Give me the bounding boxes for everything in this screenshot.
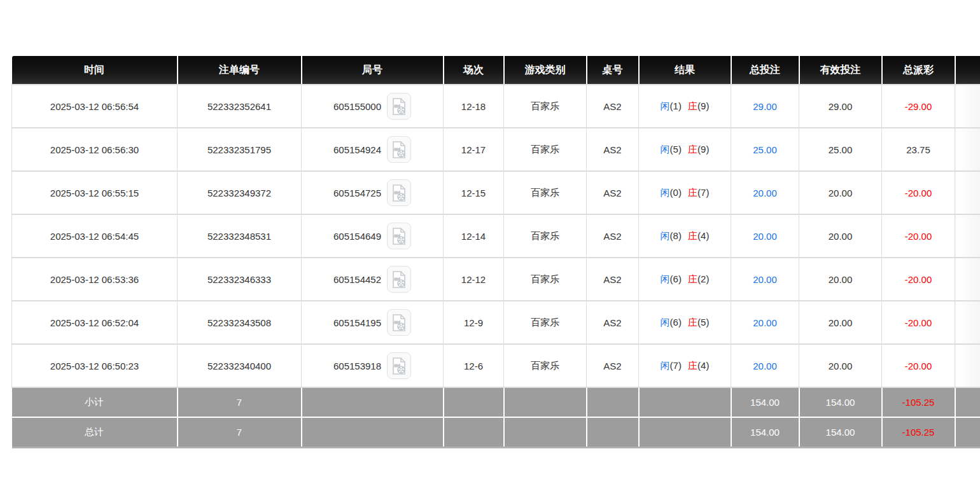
col-header-payout: 总派彩 — [882, 56, 955, 85]
cell-round: 605154195 — [302, 301, 444, 344]
video-replay-button[interactable] — [387, 223, 411, 249]
video-replay-button[interactable] — [387, 266, 411, 293]
cell-extra — [955, 128, 980, 171]
result-player: 闲(0) — [661, 187, 682, 198]
cell-round: 605154725 — [302, 171, 444, 214]
table-row: 2025-03-12 06:56:30 522332351795 6051549… — [12, 128, 980, 171]
cell-time: 2025-03-12 06:52:04 — [12, 301, 178, 344]
round-number: 605155000 — [333, 101, 381, 112]
cell-time: 2025-03-12 06:54:45 — [12, 214, 178, 258]
video-replay-button[interactable] — [387, 93, 411, 120]
subtotal-round — [302, 387, 444, 417]
cell-table-no: AS2 — [587, 344, 639, 387]
video-file-icon — [391, 97, 407, 116]
subtotal-label: 小计 — [12, 387, 178, 417]
cell-round: 605154452 — [302, 258, 444, 301]
cell-payout: -20.00 — [882, 258, 955, 301]
cell-table-no: AS2 — [587, 258, 639, 301]
cell-result: 闲(6) 庄(2) — [639, 258, 731, 301]
cell-result: 闲(0) 庄(7) — [639, 171, 731, 214]
cell-payout: -20.00 — [882, 214, 955, 258]
col-header-valid-bet: 有效投注 — [799, 56, 882, 85]
result-banker: 庄(9) — [688, 144, 709, 155]
cell-valid-bet: 20.00 — [799, 258, 882, 301]
page: 时间 注单编号 局号 场次 游戏类别 桌号 结果 总投注 有效投注 总派彩 20… — [0, 0, 980, 477]
table-row: 2025-03-12 06:54:45 522332348531 6051546… — [12, 214, 980, 258]
video-replay-button[interactable] — [387, 179, 411, 206]
subtotal-result — [639, 387, 731, 417]
cell-bet-id: 522332346333 — [178, 258, 302, 301]
cell-game-type: 百家乐 — [504, 85, 587, 128]
subtotal-extra — [955, 387, 980, 417]
grand-total-total-bet: 154.00 — [731, 417, 799, 448]
cell-bet-id: 522332340400 — [178, 344, 302, 387]
cell-payout: 23.75 — [882, 128, 955, 171]
cell-valid-bet: 20.00 — [799, 301, 882, 344]
cell-valid-bet: 25.00 — [799, 128, 882, 171]
cell-game-type: 百家乐 — [504, 344, 587, 387]
cell-result: 闲(7) 庄(4) — [639, 344, 731, 387]
subtotal-row: 小计 7 154.00 154.00 -105.25 — [12, 387, 980, 417]
cell-bet-id: 522332349372 — [178, 171, 302, 214]
col-header-result: 结果 — [639, 56, 731, 85]
cell-total-bet: 25.00 — [731, 128, 799, 171]
video-file-icon — [391, 227, 407, 245]
cell-time: 2025-03-12 06:53:36 — [12, 258, 178, 301]
result-player: 闲(7) — [661, 360, 682, 371]
cell-extra — [955, 214, 980, 258]
cell-total-bet: 29.00 — [731, 85, 799, 128]
cell-extra — [955, 344, 980, 387]
cell-round: 605153918 — [302, 344, 444, 387]
cell-valid-bet: 20.00 — [799, 214, 882, 258]
video-file-icon — [391, 270, 407, 289]
round-number: 605153918 — [333, 361, 381, 371]
table-header: 时间 注单编号 局号 场次 游戏类别 桌号 结果 总投注 有效投注 总派彩 — [12, 56, 980, 85]
col-header-total-bet: 总投注 — [731, 56, 799, 85]
cell-session: 12-12 — [444, 258, 504, 301]
cell-bet-id: 522332351795 — [178, 128, 302, 171]
grand-total-round — [302, 417, 444, 448]
col-header-bet-id: 注单编号 — [178, 56, 302, 85]
result-player: 闲(8) — [661, 230, 682, 241]
video-replay-button[interactable] — [387, 136, 411, 163]
header-row: 时间 注单编号 局号 场次 游戏类别 桌号 结果 总投注 有效投注 总派彩 — [12, 56, 980, 85]
grand-total-count: 7 — [178, 417, 302, 448]
subtotal-session — [444, 387, 504, 417]
table-body: 2025-03-12 06:56:54 522332352641 6051550… — [12, 85, 980, 387]
cell-session: 12-14 — [444, 214, 504, 258]
subtotal-game-type — [504, 387, 587, 417]
cell-time: 2025-03-12 06:50:23 — [12, 344, 178, 387]
cell-time: 2025-03-12 06:56:30 — [12, 128, 178, 171]
cell-extra — [955, 301, 980, 344]
cell-extra — [955, 258, 980, 301]
video-file-icon — [391, 141, 407, 159]
subtotal-table-no — [587, 387, 639, 417]
grand-total-extra — [955, 417, 980, 448]
cell-table-no: AS2 — [587, 85, 639, 128]
result-player: 闲(1) — [661, 100, 682, 111]
cell-payout: -105.25 — [882, 417, 955, 448]
result-banker: 庄(2) — [688, 273, 709, 284]
cell-total-bet: 20.00 — [731, 344, 799, 387]
round-number: 605154725 — [333, 188, 381, 198]
round-number: 605154924 — [333, 144, 381, 155]
cell-result: 闲(5) 庄(9) — [639, 128, 731, 171]
video-replay-button[interactable] — [387, 352, 411, 379]
video-replay-button[interactable] — [387, 309, 411, 336]
cell-result: 闲(6) 庄(5) — [639, 301, 731, 344]
table-row: 2025-03-12 06:52:04 522332343508 6051541… — [12, 301, 980, 344]
cell-total-bet: 20.00 — [731, 301, 799, 344]
grand-total-game-type — [504, 417, 587, 448]
cell-session: 12-6 — [444, 344, 504, 387]
round-number: 605154649 — [333, 231, 381, 242]
cell-bet-id: 522332343508 — [178, 301, 302, 344]
video-file-icon — [391, 357, 407, 375]
cell-extra — [955, 85, 980, 128]
cell-game-type: 百家乐 — [504, 171, 587, 214]
subtotal-count: 7 — [178, 387, 302, 417]
cell-game-type: 百家乐 — [504, 214, 587, 258]
cell-valid-bet: 29.00 — [799, 85, 882, 128]
result-banker: 庄(7) — [688, 187, 709, 198]
grand-total-label: 总计 — [12, 417, 178, 448]
result-player: 闲(5) — [661, 144, 682, 155]
